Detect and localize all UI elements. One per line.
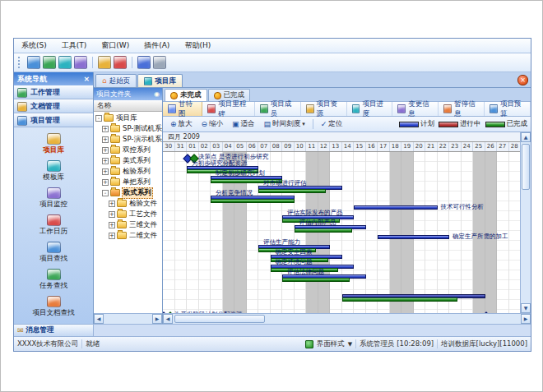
view-button[interactable]: 项目进度 [347,102,393,116]
scroll-up-icon[interactable]: ▲ [521,132,531,142]
tree-expander-icon[interactable]: + [109,233,115,239]
grid-column [390,152,402,313]
view-button[interactable]: 暂停信息 [439,102,485,116]
tree-expander-icon[interactable]: + [102,147,109,154]
window-icon[interactable] [74,56,87,69]
message-manager-tab[interactable]: ✉ 消息管理 [14,325,94,336]
refresh-icon[interactable] [58,56,72,69]
menu-item[interactable]: 窗口(W) [94,39,137,52]
tree-expander-icon[interactable]: + [102,126,109,132]
gantt-bar-progress[interactable] [211,199,295,203]
bottom-row: ✉ 消息管理 [14,324,531,336]
tab[interactable]: 项目库 [137,74,183,87]
scroll-right-icon[interactable]: ▶ [521,314,531,324]
message-manager-label: 消息管理 [26,325,54,335]
gantt-bar-progress[interactable] [295,228,352,233]
gantt-bar-progress[interactable] [282,278,350,282]
tree-column-header[interactable]: 名称 [94,100,162,112]
tree-item[interactable]: +三维文件 [94,219,162,230]
view-button[interactable]: 项目资源 [301,102,347,116]
tree-item[interactable]: +二维文件 [94,230,162,241]
view-button[interactable]: 变更信息 [392,102,439,116]
menu-item[interactable]: 帮助(H) [177,39,218,52]
scroll-left-icon[interactable]: ◀ [94,314,104,324]
nav-section[interactable]: 文档管理 [14,99,93,113]
tree-expander-icon[interactable]: + [109,201,115,207]
tree-item[interactable]: +SP-测试机系列 [94,123,162,134]
stop-icon[interactable] [114,56,127,69]
menu-item[interactable]: 工具(T) [54,39,95,52]
gantt-tool-button[interactable]: ▤时间刻度▾ [260,118,309,131]
horizontal-scroll-thumb[interactable] [174,315,265,323]
home-icon[interactable] [27,56,40,69]
tree-horizontal-scrollbar[interactable]: ◀ ▶ [94,313,162,324]
gantt-tool-button[interactable]: ▣适合 [228,118,259,131]
gantt-tool-button[interactable]: ✓定位 [317,118,347,131]
gantt-vertical-scrollbar[interactable]: ▲ ▼ [520,132,531,313]
nav-item[interactable]: 项目库 [43,133,64,155]
search-icon[interactable] [43,56,56,69]
tree-expander-icon[interactable]: - [95,115,102,122]
status-ready: 就绪 [86,339,100,349]
menu-item[interactable]: 系统(S) [14,39,54,52]
gantt-tool-button[interactable]: ⊕放大 [166,118,197,131]
tree-item[interactable]: +检验文件 [94,198,162,209]
timescale-icon: ▤ [264,121,272,128]
tree-item[interactable]: +检验系列 [94,166,162,177]
tree-item[interactable]: +双控系列 [94,145,162,155]
tree-expander-icon[interactable]: - [102,190,109,196]
view-button-label: 甘特图 [179,99,197,119]
nav-item[interactable]: 项目查找 [39,242,67,264]
task-label: 确定生产所需的加工 [452,233,508,240]
nav-item[interactable]: 项目监控 [39,187,67,210]
gantt-horizontal-scrollbar[interactable]: ◀ ▶ [163,313,531,324]
gantt-bar-progress[interactable] [258,189,326,193]
gantt-bar-plan[interactable] [354,205,438,210]
toolbar-grip[interactable] [18,57,22,68]
tree-expander-icon[interactable]: + [109,222,115,228]
tree-item[interactable]: +单把系列 [94,177,162,187]
gantt-bar-plan[interactable] [378,235,449,239]
tree-expander-icon[interactable]: + [102,179,109,186]
nav-item[interactable]: 模板库 [43,160,64,182]
tree-item[interactable]: +SP-演示机系列 [94,134,162,145]
nav-section[interactable]: 工作管理 [14,85,93,99]
tree-expander-icon[interactable]: + [102,136,109,143]
main-toolbar [14,53,531,72]
scroll-left-icon[interactable]: ◀ [163,314,173,324]
view-button[interactable]: 项目成员 [255,102,301,116]
tree-item[interactable]: -欧式系列 [94,187,162,198]
chevron-down-icon[interactable]: ▼ [348,341,352,348]
view-button-label: 项目里程碑 [218,99,249,119]
tree-expander-icon[interactable]: + [109,211,115,218]
status-separator [355,339,356,348]
menu-item[interactable]: 插件(A) [137,39,177,52]
tree-expander-icon[interactable]: + [102,168,109,175]
tree-item[interactable]: -项目库 [94,113,162,123]
tree-item[interactable]: +美式系列 [94,155,162,166]
gantt-bar-progress[interactable] [342,297,457,302]
scroll-right-icon[interactable]: ▶ [152,314,162,324]
nav-section[interactable]: 项目管理 [14,113,93,127]
nav-close-icon[interactable]: × [83,76,90,83]
lock-icon[interactable] [98,56,111,69]
view-button[interactable]: 甘特图 [163,102,202,116]
nav-item[interactable]: 项目文档查找 [33,296,75,318]
exit-icon[interactable] [153,56,166,69]
help-icon[interactable] [137,56,151,69]
ui-style-selector[interactable]: 界面样式 [317,339,345,349]
scroll-down-icon[interactable]: ▼ [521,303,531,313]
pin-icon[interactable]: ◉ [154,90,160,98]
tree-item[interactable]: +工艺文件 [94,209,162,219]
nav-item[interactable]: 工作日历 [39,214,67,237]
tab-close-icon[interactable]: × [517,75,528,85]
nav-item[interactable]: 任务查找 [39,269,67,291]
grid-column [378,152,390,313]
view-button[interactable]: 项目预算 [485,102,531,116]
vertical-scroll-thumb[interactable] [522,144,530,190]
view-button[interactable]: 项目里程碑 [202,102,254,116]
gantt-tool-button[interactable]: ⊖缩小 [197,118,228,131]
tab[interactable]: ⌂起始页 [95,74,137,87]
toolbar-separator [313,119,313,129]
tree-expander-icon[interactable]: + [102,158,109,164]
